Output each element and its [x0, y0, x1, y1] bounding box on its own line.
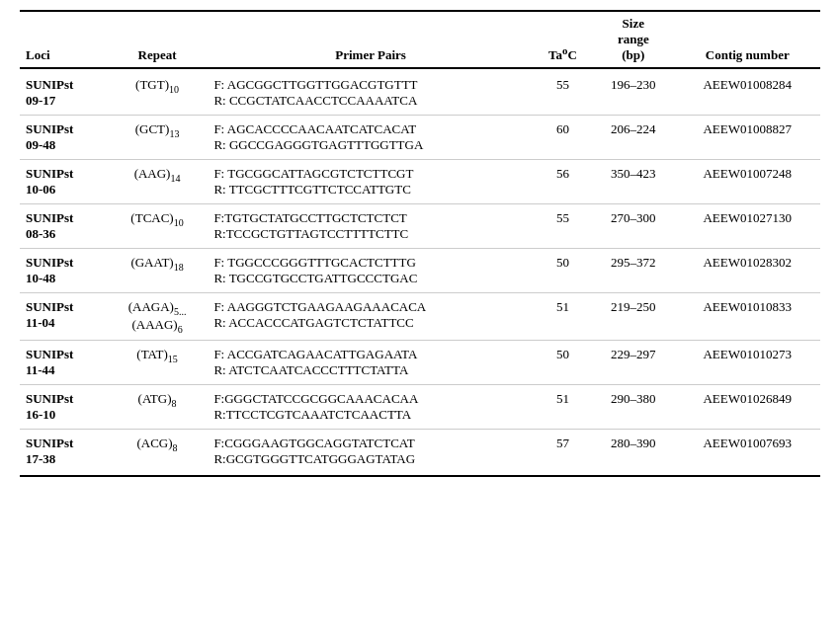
- loci-cell: SUNIPst09-48: [20, 116, 107, 160]
- table-row: SUNIPst16-10(ATG)8F:GGGCTATCCGCGGCAAACAC…: [20, 385, 820, 430]
- ta-cell: 60: [534, 116, 592, 160]
- size-range-cell: 270–300: [592, 204, 674, 249]
- primer-pairs-cell: F:TGTGCTATGCCTTGCTCTCTCTR:TCCGCTGTTAGTCC…: [208, 204, 533, 249]
- repeat-cell: (GAAT)18: [107, 249, 209, 293]
- ta-cell: 50: [534, 249, 592, 293]
- table-row: SUNIPst11-04(AAGA)5...(AAAG)6F: AAGGGTCT…: [20, 293, 820, 341]
- size-range-cell: 280–390: [592, 430, 674, 477]
- col-header-contig: Contig number: [675, 11, 820, 68]
- ta-cell: 51: [534, 293, 592, 341]
- ta-cell: 55: [534, 68, 592, 116]
- ta-cell: 50: [534, 341, 592, 385]
- size-range-cell: 350–423: [592, 160, 674, 204]
- table-row: SUNIPst11-44(TAT)15F: ACCGATCAGAACATTGAG…: [20, 341, 820, 385]
- contig-cell: AEEW01028302: [675, 249, 820, 293]
- contig-cell: AEEW01010273: [675, 341, 820, 385]
- contig-cell: AEEW01027130: [675, 204, 820, 249]
- size-range-cell: 229–297: [592, 341, 674, 385]
- repeat-cell: (ATG)8: [107, 385, 209, 430]
- size-range-cell: 196–230: [592, 68, 674, 116]
- loci-cell: SUNIPst17-38: [20, 430, 107, 477]
- table-row: SUNIPst09-48(GCT)13F: AGCACCCCAACAATCATC…: [20, 116, 820, 160]
- ta-cell: 55: [534, 204, 592, 249]
- contig-cell: AEEW01008827: [675, 116, 820, 160]
- primer-pairs-cell: F: ACCGATCAGAACATTGAGAATAR: ATCTCAATCACC…: [208, 341, 533, 385]
- loci-cell: SUNIPst10-48: [20, 249, 107, 293]
- loci-cell: SUNIPst08-36: [20, 204, 107, 249]
- contig-cell: AEEW01026849: [675, 385, 820, 430]
- contig-cell: AEEW01007693: [675, 430, 820, 477]
- primer-pairs-cell: F: TGCGGCATTAGCGTCTCTTCGTR: TTCGCTTTCGTT…: [208, 160, 533, 204]
- size-range-cell: 295–372: [592, 249, 674, 293]
- primer-pairs-cell: F: AGCGGCTTGGTTGGACGTGTTTR: CCGCTATCAACC…: [208, 68, 533, 116]
- repeat-cell: (GCT)13: [107, 116, 209, 160]
- loci-cell: SUNIPst09-17: [20, 68, 107, 116]
- repeat-cell: (TAT)15: [107, 341, 209, 385]
- repeat-cell: (ACG)8: [107, 430, 209, 477]
- repeat-cell: (AAGA)5...(AAAG)6: [107, 293, 209, 341]
- table-row: SUNIPst09-17(TGT)10F: AGCGGCTTGGTTGGACGT…: [20, 68, 820, 116]
- contig-cell: AEEW01010833: [675, 293, 820, 341]
- primer-pairs-cell: F:CGGGAAGTGGCAGGTATCTCATR:GCGTGGGTTCATGG…: [208, 430, 533, 477]
- size-range-cell: 219–250: [592, 293, 674, 341]
- ta-cell: 57: [534, 430, 592, 477]
- primer-pairs-cell: F: AGCACCCCAACAATCATCACATR: GGCCGAGGGTGA…: [208, 116, 533, 160]
- table-row: SUNIPst10-48(GAAT)18F: TGGCCCGGGTTTGCACT…: [20, 249, 820, 293]
- col-header-loci: Loci: [20, 11, 107, 68]
- size-range-cell: 206–224: [592, 116, 674, 160]
- table-row: SUNIPst10-06(AAG)14F: TGCGGCATTAGCGTCTCT…: [20, 160, 820, 204]
- col-header-primer-pairs: Primer Pairs: [208, 11, 533, 68]
- col-header-ta: TaoC: [534, 11, 592, 68]
- loci-cell: SUNIPst11-44: [20, 341, 107, 385]
- table-header-row: Loci Repeat Primer Pairs TaoC Sizerange(…: [20, 11, 820, 68]
- repeat-cell: (TCAC)10: [107, 204, 209, 249]
- col-header-repeat: Repeat: [107, 11, 209, 68]
- loci-cell: SUNIPst10-06: [20, 160, 107, 204]
- contig-cell: AEEW01008284: [675, 68, 820, 116]
- ta-cell: 51: [534, 385, 592, 430]
- loci-cell: SUNIPst11-04: [20, 293, 107, 341]
- loci-cell: SUNIPst16-10: [20, 385, 107, 430]
- table-row: SUNIPst08-36(TCAC)10F:TGTGCTATGCCTTGCTCT…: [20, 204, 820, 249]
- table-row: SUNIPst17-38(ACG)8F:CGGGAAGTGGCAGGTATCTC…: [20, 430, 820, 477]
- size-range-cell: 290–380: [592, 385, 674, 430]
- col-header-size: Sizerange(bp): [592, 11, 674, 68]
- contig-cell: AEEW01007248: [675, 160, 820, 204]
- ta-cell: 56: [534, 160, 592, 204]
- repeat-cell: (AAG)14: [107, 160, 209, 204]
- primer-pairs-cell: F:GGGCTATCCGCGGCAAACACAAR:TTCCTCGTCAAATC…: [208, 385, 533, 430]
- primer-pairs-cell: F: TGGCCCGGGTTTGCACTCTTTGR: TGCCGTGCCTGA…: [208, 249, 533, 293]
- repeat-cell: (TGT)10: [107, 68, 209, 116]
- primer-pairs-cell: F: AAGGGTCTGAAGAAGAAACACAR: ACCACCCATGAG…: [208, 293, 533, 341]
